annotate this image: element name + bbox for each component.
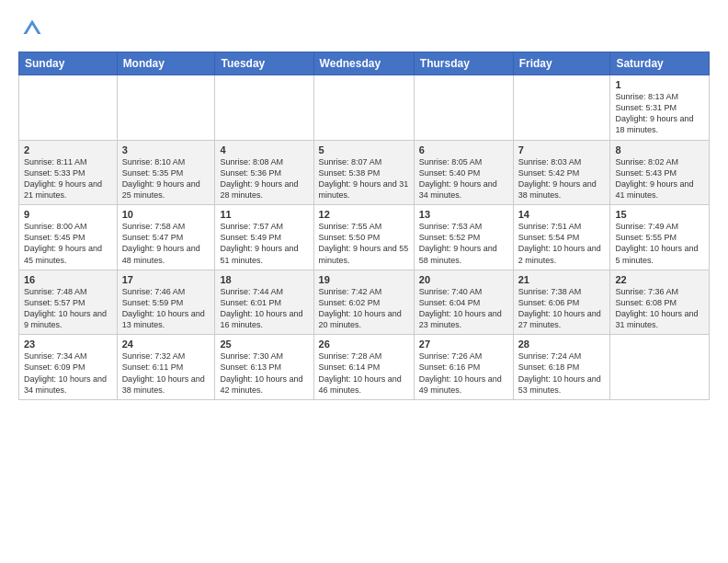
day-cell: 27Sunrise: 7:26 AM Sunset: 6:16 PM Dayli… [414,335,513,400]
day-cell: 17Sunrise: 7:46 AM Sunset: 5:59 PM Dayli… [117,270,215,335]
day-number: 1 [615,79,704,90]
day-header-row: SundayMondayTuesdayWednesdayThursdayFrid… [19,52,710,75]
day-of-week-saturday: Saturday [610,52,710,75]
day-cell: 19Sunrise: 7:42 AM Sunset: 6:02 PM Dayli… [313,270,414,335]
day-number: 15 [615,209,704,220]
logo-icon [20,17,44,40]
day-number: 26 [319,339,409,350]
day-number: 4 [220,144,308,155]
day-info: Sunrise: 7:26 AM Sunset: 6:16 PM Dayligh… [419,350,508,396]
day-cell: 8Sunrise: 8:02 AM Sunset: 5:43 PM Daylig… [610,140,710,205]
day-number: 11 [220,209,308,220]
day-info: Sunrise: 7:49 AM Sunset: 5:55 PM Dayligh… [615,221,704,266]
day-of-week-wednesday: Wednesday [313,52,414,75]
day-cell [117,75,215,141]
day-of-week-friday: Friday [513,52,610,75]
day-info: Sunrise: 7:38 AM Sunset: 6:06 PM Dayligh… [518,286,606,331]
day-number: 21 [518,274,606,285]
day-cell: 11Sunrise: 7:57 AM Sunset: 5:49 PM Dayli… [215,205,313,270]
day-cell: 2Sunrise: 8:11 AM Sunset: 5:33 PM Daylig… [19,140,118,205]
day-number: 17 [122,274,210,285]
day-number: 6 [419,144,508,155]
day-cell: 4Sunrise: 8:08 AM Sunset: 5:36 PM Daylig… [215,140,313,205]
day-cell [215,75,313,141]
day-number: 23 [24,339,112,350]
week-row-2: 2Sunrise: 8:11 AM Sunset: 5:33 PM Daylig… [19,140,710,205]
day-info: Sunrise: 8:05 AM Sunset: 5:40 PM Dayligh… [419,156,508,201]
day-cell: 23Sunrise: 7:34 AM Sunset: 6:09 PM Dayli… [19,335,118,400]
day-info: Sunrise: 7:46 AM Sunset: 5:59 PM Dayligh… [122,286,210,331]
day-number: 7 [518,144,606,155]
day-number: 2 [24,144,112,155]
day-info: Sunrise: 7:57 AM Sunset: 5:49 PM Dayligh… [220,221,308,266]
logo [18,17,46,44]
day-number: 25 [220,339,308,350]
day-number: 3 [122,144,210,155]
calendar: SundayMondayTuesdayWednesdayThursdayFrid… [18,52,710,400]
day-cell: 25Sunrise: 7:30 AM Sunset: 6:13 PM Dayli… [215,335,313,400]
day-cell: 15Sunrise: 7:49 AM Sunset: 5:55 PM Dayli… [610,205,710,270]
day-info: Sunrise: 8:07 AM Sunset: 5:38 PM Dayligh… [319,156,409,201]
day-cell [513,75,610,141]
day-of-week-monday: Monday [117,52,215,75]
day-number: 8 [615,144,704,155]
day-info: Sunrise: 7:44 AM Sunset: 6:01 PM Dayligh… [220,286,308,331]
day-number: 10 [122,209,210,220]
day-cell: 28Sunrise: 7:24 AM Sunset: 6:18 PM Dayli… [513,335,610,400]
day-cell [414,75,513,141]
day-info: Sunrise: 7:55 AM Sunset: 5:50 PM Dayligh… [319,221,409,266]
header [18,17,710,44]
day-number: 22 [615,274,704,285]
day-info: Sunrise: 7:36 AM Sunset: 6:08 PM Dayligh… [615,286,704,331]
calendar-body: 1Sunrise: 8:13 AM Sunset: 5:31 PM Daylig… [19,75,710,400]
week-row-5: 23Sunrise: 7:34 AM Sunset: 6:09 PM Dayli… [19,335,710,400]
day-number: 5 [319,144,409,155]
day-info: Sunrise: 7:28 AM Sunset: 6:14 PM Dayligh… [319,350,409,396]
day-cell: 9Sunrise: 8:00 AM Sunset: 5:45 PM Daylig… [19,205,118,270]
day-info: Sunrise: 7:53 AM Sunset: 5:52 PM Dayligh… [419,221,508,266]
day-number: 19 [319,274,409,285]
day-number: 20 [419,274,508,285]
day-number: 13 [419,209,508,220]
page: SundayMondayTuesdayWednesdayThursdayFrid… [0,0,728,563]
day-cell [19,75,118,141]
day-cell: 13Sunrise: 7:53 AM Sunset: 5:52 PM Dayli… [414,205,513,270]
day-cell [313,75,414,141]
day-of-week-tuesday: Tuesday [215,52,313,75]
day-cell: 14Sunrise: 7:51 AM Sunset: 5:54 PM Dayli… [513,205,610,270]
day-info: Sunrise: 7:51 AM Sunset: 5:54 PM Dayligh… [518,221,606,266]
day-info: Sunrise: 7:34 AM Sunset: 6:09 PM Dayligh… [24,350,112,396]
day-cell: 12Sunrise: 7:55 AM Sunset: 5:50 PM Dayli… [313,205,414,270]
day-info: Sunrise: 8:13 AM Sunset: 5:31 PM Dayligh… [615,91,704,136]
day-info: Sunrise: 7:40 AM Sunset: 6:04 PM Dayligh… [419,286,508,331]
day-cell [610,335,710,400]
day-cell: 5Sunrise: 8:07 AM Sunset: 5:38 PM Daylig… [313,140,414,205]
day-info: Sunrise: 8:11 AM Sunset: 5:33 PM Dayligh… [24,156,112,201]
day-number: 27 [419,339,508,350]
day-number: 9 [24,209,112,220]
day-info: Sunrise: 8:00 AM Sunset: 5:45 PM Dayligh… [24,221,112,266]
day-info: Sunrise: 7:42 AM Sunset: 6:02 PM Dayligh… [319,286,409,331]
day-of-week-sunday: Sunday [19,52,118,75]
day-cell: 26Sunrise: 7:28 AM Sunset: 6:14 PM Dayli… [313,335,414,400]
day-cell: 3Sunrise: 8:10 AM Sunset: 5:35 PM Daylig… [117,140,215,205]
week-row-1: 1Sunrise: 8:13 AM Sunset: 5:31 PM Daylig… [19,75,710,141]
week-row-4: 16Sunrise: 7:48 AM Sunset: 5:57 PM Dayli… [19,270,710,335]
day-number: 14 [518,209,606,220]
day-cell: 10Sunrise: 7:58 AM Sunset: 5:47 PM Dayli… [117,205,215,270]
day-cell: 24Sunrise: 7:32 AM Sunset: 6:11 PM Dayli… [117,335,215,400]
day-cell: 21Sunrise: 7:38 AM Sunset: 6:06 PM Dayli… [513,270,610,335]
day-cell: 1Sunrise: 8:13 AM Sunset: 5:31 PM Daylig… [610,75,710,141]
day-info: Sunrise: 8:08 AM Sunset: 5:36 PM Dayligh… [220,156,308,201]
day-info: Sunrise: 8:10 AM Sunset: 5:35 PM Dayligh… [122,156,210,201]
day-of-week-thursday: Thursday [414,52,513,75]
day-cell: 7Sunrise: 8:03 AM Sunset: 5:42 PM Daylig… [513,140,610,205]
week-row-3: 9Sunrise: 8:00 AM Sunset: 5:45 PM Daylig… [19,205,710,270]
day-number: 16 [24,274,112,285]
day-info: Sunrise: 7:30 AM Sunset: 6:13 PM Dayligh… [220,350,308,396]
day-number: 12 [319,209,409,220]
day-number: 18 [220,274,308,285]
day-cell: 20Sunrise: 7:40 AM Sunset: 6:04 PM Dayli… [414,270,513,335]
day-info: Sunrise: 8:02 AM Sunset: 5:43 PM Dayligh… [615,156,704,201]
day-info: Sunrise: 7:48 AM Sunset: 5:57 PM Dayligh… [24,286,112,331]
